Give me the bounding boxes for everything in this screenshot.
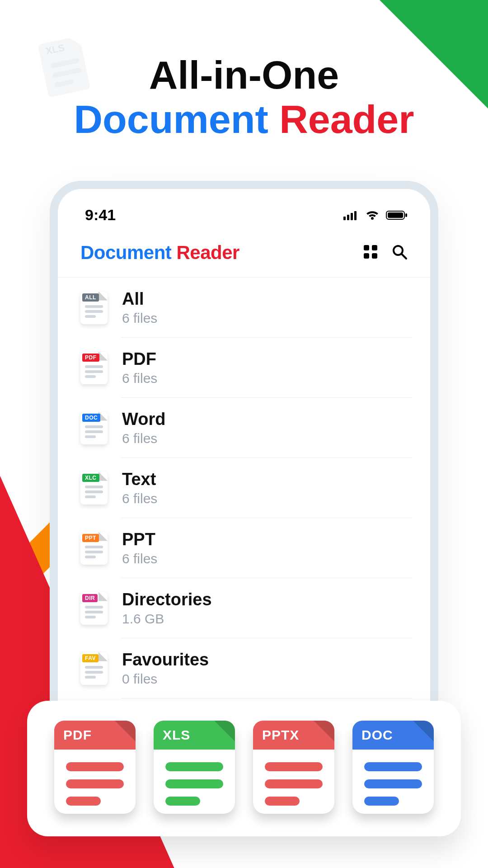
xls-format-icon: XLS xyxy=(154,723,235,814)
wifi-icon xyxy=(365,210,380,221)
cellular-icon xyxy=(343,210,359,220)
status-bar: 9:41 xyxy=(58,189,430,230)
fav-file-icon: FAV xyxy=(80,652,108,685)
pptx-format-icon: PPTX xyxy=(253,723,334,814)
svg-rect-4 xyxy=(343,217,346,220)
svg-rect-13 xyxy=(364,253,369,259)
doc-format-icon: DOC xyxy=(352,723,434,814)
category-row-fav[interactable]: FAVFavourites0 files xyxy=(58,638,430,698)
category-subtitle: 6 files xyxy=(122,551,157,566)
category-subtitle: 6 files xyxy=(122,311,157,326)
svg-rect-7 xyxy=(354,211,357,220)
category-row-dir[interactable]: DIRDirectories1.6 GB xyxy=(58,578,430,638)
category-subtitle: 6 files xyxy=(122,491,157,506)
category-title: All xyxy=(122,289,157,309)
headline-word-reader: Reader xyxy=(279,97,414,142)
category-subtitle: 6 files xyxy=(122,371,157,386)
format-label: PDF xyxy=(54,721,136,750)
app-header: Document Reader xyxy=(58,230,430,278)
category-title: Favourites xyxy=(122,650,209,670)
category-title: Word xyxy=(122,410,165,429)
svg-line-16 xyxy=(402,254,406,259)
svg-rect-10 xyxy=(405,213,407,217)
pdf-file-icon: PDF xyxy=(80,352,108,384)
category-title: PPT xyxy=(122,530,157,549)
category-subtitle: 6 files xyxy=(122,431,165,446)
xlc-file-icon: XLC xyxy=(80,472,108,505)
category-list: ALLAll6 filesPDFPDF6 filesDOCWord6 files… xyxy=(58,278,430,751)
category-title: Text xyxy=(122,470,157,489)
svg-rect-9 xyxy=(388,212,403,218)
grid-view-button[interactable] xyxy=(362,244,379,262)
format-label: XLS xyxy=(154,721,235,750)
category-row-ppt[interactable]: PPTPPT6 files xyxy=(58,518,430,578)
promo-headline: All-in-One Document Reader xyxy=(0,54,488,141)
ppt-file-icon: PPT xyxy=(80,532,108,565)
category-subtitle: 1.6 GB xyxy=(122,611,212,627)
battery-icon xyxy=(386,210,408,221)
all-file-icon: ALL xyxy=(80,292,108,324)
dir-file-icon: DIR xyxy=(80,592,108,625)
svg-rect-5 xyxy=(347,215,349,220)
phone-frame: 9:41 Document Reader xyxy=(50,181,438,760)
category-title: PDF xyxy=(122,349,157,369)
app-title-right: Reader xyxy=(177,242,239,263)
pdf-format-icon: PDF xyxy=(54,723,136,814)
headline-line1: All-in-One xyxy=(0,54,488,96)
category-row-xlc[interactable]: XLCText6 files xyxy=(58,458,430,518)
format-icons-card: PDFXLSPPTXDOC xyxy=(27,701,461,836)
svg-rect-6 xyxy=(351,213,353,220)
category-row-pdf[interactable]: PDFPDF6 files xyxy=(58,338,430,398)
app-title: Document Reader xyxy=(80,242,239,264)
phone-screen: 9:41 Document Reader xyxy=(58,189,430,751)
category-title: Directories xyxy=(122,590,212,609)
svg-rect-14 xyxy=(372,253,377,259)
category-row-doc[interactable]: DOCWord6 files xyxy=(58,398,430,458)
category-subtitle: 0 files xyxy=(122,671,209,687)
format-label: PPTX xyxy=(253,721,334,750)
search-button[interactable] xyxy=(391,244,408,262)
doc-file-icon: DOC xyxy=(80,412,108,444)
svg-rect-12 xyxy=(372,245,377,250)
format-label: DOC xyxy=(352,721,434,750)
category-row-all[interactable]: ALLAll6 files xyxy=(58,278,430,338)
app-title-left: Document xyxy=(80,242,171,263)
status-time: 9:41 xyxy=(85,206,116,224)
headline-word-document: Document xyxy=(74,97,268,142)
svg-rect-11 xyxy=(364,245,369,250)
